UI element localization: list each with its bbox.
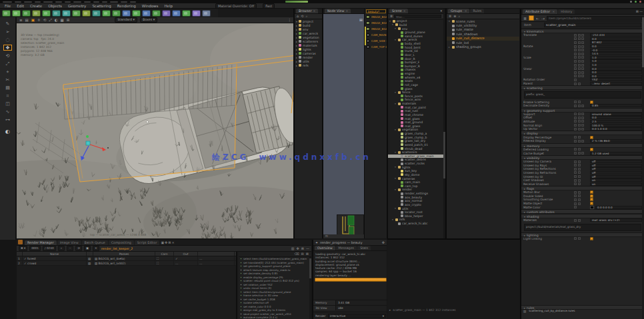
context-icon[interactable]	[162, 10, 171, 17]
attribute-value[interactable]: 1.0	[590, 59, 642, 63]
toggle-icon[interactable]	[581, 64, 584, 67]
section-header-flags[interactable]: ▸flags	[521, 186, 644, 190]
cut-tool[interactable]: ✂	[3, 77, 12, 83]
toolbar-right-icon[interactable]: ✥	[297, 246, 299, 251]
attribute-value[interactable]: off	[590, 175, 642, 178]
expand-arrow-icon[interactable]: ▸	[296, 28, 297, 31]
toggle-icon[interactable]	[578, 175, 581, 178]
attribute-value[interactable]: off	[590, 164, 642, 167]
toggle-icon[interactable]	[578, 53, 581, 55]
color-swatch[interactable]	[590, 206, 594, 209]
checkbox-checked-icon[interactable]: ✓	[590, 237, 593, 240]
toggle-icon[interactable]	[574, 206, 577, 208]
panel-control-icon[interactable]: ✥	[165, 240, 167, 245]
toggle-icon[interactable]	[578, 182, 581, 185]
checkbox-checked-icon[interactable]: ✓	[590, 198, 593, 201]
toggle-icon[interactable]	[578, 120, 581, 123]
image-item[interactable]: IMAGE_BG03 b	[365, 26, 387, 32]
attribute-value[interactable]: 0.0	[590, 71, 642, 74]
toggle-icon[interactable]	[581, 53, 584, 55]
forward-icon[interactable]: ⇢	[541, 16, 545, 21]
toggle-icon[interactable]	[581, 128, 584, 131]
rules-icon[interactable]	[172, 10, 181, 17]
tab-stats[interactable]: Stats	[357, 246, 371, 250]
material-path-area[interactable]: project://build/materials/mat_grass_dry	[524, 224, 641, 231]
toggle-icon[interactable]	[574, 53, 577, 55]
tab-scene[interactable]: Scene×	[389, 9, 408, 13]
tab-rules[interactable]: Rules	[470, 9, 484, 13]
tab-render-manager[interactable]: Render Manager	[25, 240, 57, 245]
toggle-icon[interactable]	[581, 105, 584, 107]
toggle-icon[interactable]	[574, 60, 577, 63]
toggle-icon[interactable]	[574, 56, 577, 59]
toolbar-widget[interactable]: －	[67, 246, 73, 251]
more-icon[interactable]: ⋮	[288, 17, 292, 23]
toggle-icon[interactable]	[578, 152, 581, 155]
render-icon[interactable]	[192, 10, 201, 17]
camera-icon[interactable]	[122, 10, 131, 17]
expand-arrow-icon[interactable]: ▸	[296, 60, 297, 63]
toggle-icon[interactable]	[578, 49, 581, 51]
toggle-icon[interactable]	[574, 152, 577, 155]
tab-messages[interactable]: Messages	[336, 246, 357, 250]
mirror-tool[interactable]: ◫	[3, 101, 12, 107]
import-icon[interactable]	[32, 10, 41, 17]
toggle-icon[interactable]	[574, 171, 577, 174]
expand-arrow-icon[interactable]: ▾	[395, 129, 397, 131]
shade-icon[interactable]: ◐	[55, 17, 58, 23]
attribute-row[interactable]: Receive Shadowson	[521, 182, 644, 186]
toggle-icon[interactable]	[578, 71, 581, 74]
checkbox-checked-icon[interactable]: ✓	[590, 202, 593, 205]
attribute-row[interactable]: Cast Shadowson	[521, 178, 644, 182]
expand-arrow-icon[interactable]: ▸	[296, 40, 297, 43]
attribute-row[interactable]: Normal Align100.0 %	[521, 123, 644, 127]
attribute-value[interactable]: 0.0 1.0 0.0	[590, 127, 642, 131]
toggle-icon[interactable]	[578, 219, 581, 222]
expand-arrow-icon[interactable]: ▾	[392, 23, 394, 26]
toolbar-widget[interactable]: ⟳	[75, 246, 82, 251]
menu-item-scattering[interactable]: Scattering	[92, 4, 111, 8]
prefix-textarea[interactable]: prefix: grass_	[524, 91, 641, 99]
expand-arrow-icon[interactable]: ▾	[395, 91, 397, 94]
image-item[interactable]: IMAGE_BG01 b	[365, 14, 387, 20]
group-icon[interactable]	[92, 10, 101, 17]
attribute-row[interactable]: Matte Color0.0 0.0 0.0	[521, 205, 644, 209]
attribute-value[interactable]: off	[590, 167, 642, 170]
instance-icon[interactable]	[102, 10, 111, 17]
attribute-value[interactable]: 0.0	[590, 116, 642, 119]
expand-arrow-icon[interactable]: ▾	[395, 39, 397, 41]
attribute-row[interactable]: Up Vector0.0 1.0 0.0	[521, 127, 644, 131]
image-item[interactable]: CAM_MAIN 01	[365, 32, 387, 38]
expand-arrow-icon[interactable]: ▸	[296, 32, 297, 35]
move-panel-icon[interactable]: ✥	[382, 240, 385, 245]
expand-arrow-icon[interactable]: ▸	[296, 44, 297, 47]
rotate-tool[interactable]: ⟲	[3, 53, 12, 59]
toggle-icon[interactable]	[574, 113, 577, 115]
split-icon[interactable]: ⊞	[67, 17, 70, 23]
browser-item[interactable]: ▸refs	[295, 63, 322, 67]
history-entry[interactable]: select item://build/scatterers/scatter_g…	[239, 257, 311, 261]
groups-tool-icon[interactable]: ⊕	[453, 14, 456, 19]
select-tool[interactable]: ➢	[3, 29, 12, 35]
toggle-icon[interactable]	[578, 191, 581, 194]
toggle-icon[interactable]	[574, 79, 577, 81]
attribute-value[interactable]: 1.0	[590, 56, 642, 59]
save-project-icon[interactable]	[22, 10, 31, 17]
attribute-value[interactable]: -0.0	[590, 49, 642, 52]
table-row[interactable]: 1✓ forest▤▤ BG2CG_wrl_(beta)⛶✓…	[17, 256, 236, 261]
toggle-icon[interactable]	[578, 160, 581, 163]
toggle-icon[interactable]	[581, 124, 584, 127]
toggle-icon[interactable]	[578, 34, 581, 37]
toggle-icon[interactable]	[578, 83, 581, 85]
toggle-icon[interactable]	[574, 41, 577, 44]
section-header-rules[interactable]: ▸rules	[521, 305, 644, 310]
toggle-icon[interactable]	[578, 117, 581, 119]
toggle-icon[interactable]	[581, 113, 584, 115]
attribute-value[interactable]: mat_grass_dry (+2)	[590, 218, 642, 222]
browser-tool-icon[interactable]: ⟲	[301, 14, 303, 19]
measure-tool[interactable]: ⌗	[3, 93, 12, 99]
toggle-icon[interactable]	[578, 45, 581, 48]
toolbar-right-icon[interactable]: ▥	[291, 246, 295, 251]
toggle-icon[interactable]	[574, 237, 577, 240]
toggle-icon[interactable]	[574, 120, 577, 123]
